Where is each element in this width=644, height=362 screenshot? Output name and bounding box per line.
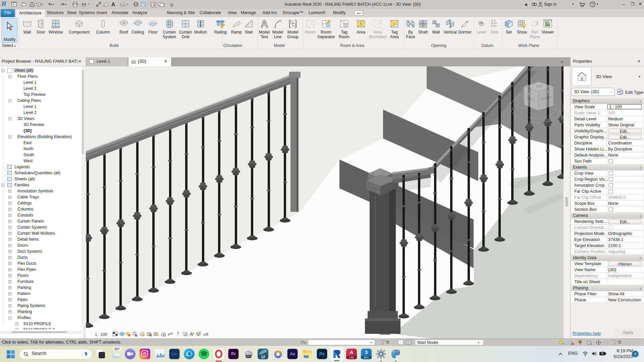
svg-text:W: W: [514, 114, 518, 119]
svg-text:1: 1: [345, 25, 347, 27]
svg-text:S: S: [557, 112, 560, 117]
svg-text:1 : 100: 1 : 100: [95, 332, 107, 337]
svg-text:1: 1: [105, 3, 107, 6]
svg-text:1: 1: [396, 25, 397, 27]
svg-text:A: A: [111, 2, 115, 7]
svg-text:?: ?: [592, 2, 594, 6]
